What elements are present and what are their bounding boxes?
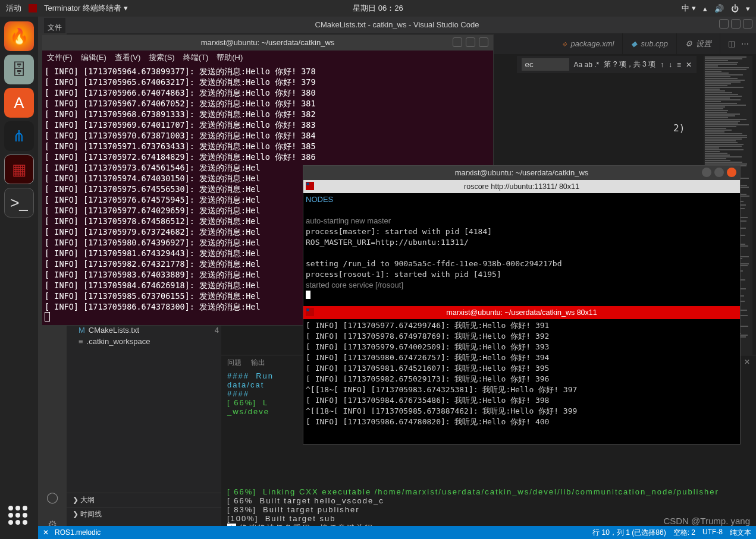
- menu-search[interactable]: 搜索(S): [149, 52, 174, 63]
- svg-rect-1: [306, 182, 309, 185]
- panel-line: [ 83%] Built target publisher: [227, 505, 750, 514]
- terminator-pane-icon: [306, 308, 314, 316]
- outline-section: ❯ 大纲 ❯ 时间线: [67, 493, 221, 521]
- panel-line: [ 66%] Linking CXX executable /home/marx…: [227, 487, 750, 496]
- terminator-title: marxist@ubuntu: ~/userdata/catkin_ws: [455, 168, 589, 177]
- terminator-titlebar[interactable]: marxist@ubuntu: ~/userdata/catkin_ws: [303, 166, 740, 180]
- ubuntu-top-bar: 活动 Terminator 终端终结者 ▾ 星期日 06：26 中 ▾ ▴ 🔊 …: [0, 0, 756, 17]
- find-close-icon[interactable]: ✕: [686, 61, 692, 69]
- pane-header-label: roscore http://ubuntu:11311/ 80x11: [464, 182, 579, 191]
- status-remote-icon[interactable]: ✕: [43, 528, 49, 537]
- tab-label: package.xml: [570, 39, 614, 48]
- watermark: CSDN @Trump. yang: [663, 516, 750, 526]
- tab-package-xml[interactable]: ⟐package.xml: [554, 33, 623, 54]
- panel-tab-output[interactable]: 输出: [251, 358, 265, 368]
- find-prev-icon[interactable]: ↑: [660, 61, 664, 69]
- terminal-close[interactable]: [479, 37, 488, 47]
- dock-vscode[interactable]: ⋔: [4, 121, 34, 151]
- dock-terminator[interactable]: ▦: [4, 155, 34, 184]
- pane2-body[interactable]: [ INFO] [1713705977.674299746]: 我听见:Hell…: [303, 319, 740, 428]
- pane2-header[interactable]: marxist@ubuntu: ~/userdata/catkin_ws 80x…: [303, 306, 740, 319]
- menu-file[interactable]: 文件(F): [47, 52, 73, 63]
- terminal-title: marxist@ubuntu: ~/userdata/catkin_ws: [201, 38, 335, 47]
- git-badge: 4: [215, 326, 219, 335]
- input-method-indicator[interactable]: 中 ▾: [682, 3, 696, 14]
- vscode-maximize[interactable]: [731, 19, 741, 29]
- gear-icon: ⚙: [685, 39, 692, 48]
- status-cursor-pos[interactable]: 行 10，列 1 (已选择86): [592, 528, 666, 538]
- outline-header[interactable]: ❯ 大纲: [67, 493, 221, 507]
- terminal-maximize[interactable]: [466, 37, 475, 47]
- terminator-maximize[interactable]: [714, 168, 724, 177]
- panel-close-icon[interactable]: ✕: [744, 358, 750, 368]
- pane-header-label: marxist@ubuntu: ~/userdata/catkin_ws 80x…: [446, 308, 597, 317]
- chevron-down-icon[interactable]: ▾: [746, 4, 750, 13]
- vscode-close[interactable]: [743, 19, 752, 29]
- pane1-header[interactable]: roscore http://ubuntu:11311/ 80x11: [303, 180, 740, 193]
- tab-settings[interactable]: ⚙设置: [677, 33, 720, 54]
- tab-sub-cpp[interactable]: ◆sub.cpp: [623, 33, 677, 54]
- status-ros[interactable]: ROS1.melodic: [55, 528, 101, 537]
- find-options[interactable]: Aa ab .*: [574, 61, 600, 69]
- pane1-body[interactable]: NODES auto-starting new master process[m…: [303, 193, 740, 306]
- vscode-titlebar[interactable]: CMakeLists.txt - catkin_ws - Visual Stud…: [38, 17, 756, 33]
- statusbar[interactable]: ✕ ROS1.melodic 行 10，列 1 (已选择86) 空格: 2 UT…: [38, 526, 756, 539]
- terminator-window[interactable]: marxist@ubuntu: ~/userdata/catkin_ws ros…: [303, 165, 741, 445]
- vscode-minimize[interactable]: [719, 19, 729, 29]
- find-result-count: 第 ? 项，共 3 项: [604, 59, 655, 70]
- dock-files[interactable]: 🗄: [4, 55, 34, 84]
- file-icon: M: [79, 326, 85, 335]
- terminal-menubar[interactable]: 文件(F) 编辑(E) 查看(V) 搜索(S) 终端(T) 帮助(H): [42, 51, 493, 65]
- terminator-pane-icon: [306, 182, 314, 190]
- dock-ubuntu-software[interactable]: A: [4, 88, 34, 118]
- tab-label: sub.cpp: [641, 39, 668, 48]
- menu-view[interactable]: 查看(V): [115, 52, 140, 63]
- tab-label: 设置: [696, 39, 711, 49]
- split-editor-icon[interactable]: ◫: [728, 39, 735, 48]
- tree-label: .catkin_workspace: [87, 337, 150, 346]
- dock-terminal[interactable]: >_: [4, 188, 34, 218]
- vscode-title: CMakeLists.txt - catkin_ws - Visual Stud…: [315, 20, 479, 29]
- activity-account-icon[interactable]: ◯: [44, 489, 61, 506]
- terminator-minimize[interactable]: [702, 168, 711, 177]
- power-icon[interactable]: ⏻: [731, 4, 739, 13]
- tree-item-cmakelists[interactable]: M CMakeLists.txt 4: [67, 324, 221, 336]
- find-selection-icon[interactable]: ≡: [677, 61, 681, 69]
- dock-show-apps[interactable]: [8, 506, 30, 527]
- panel-tab-problems[interactable]: 问题: [227, 358, 241, 368]
- status-encoding[interactable]: UTF-8: [702, 528, 723, 538]
- editor-find-widget[interactable]: Aa ab .* 第 ? 项，共 3 项 ↑ ↓ ≡ ✕: [517, 56, 697, 73]
- network-icon[interactable]: ▴: [703, 4, 707, 13]
- terminal-titlebar[interactable]: marxist@ubuntu: ~/userdata/catkin_ws: [42, 35, 493, 51]
- menu-edit[interactable]: 编辑(E): [81, 52, 106, 63]
- tree-label: CMakeLists.txt: [89, 326, 139, 335]
- menu-terminal[interactable]: 终端(T): [183, 52, 209, 63]
- file-icon: ≡: [79, 337, 83, 346]
- code-fragment: 2): [673, 122, 685, 134]
- clock[interactable]: 星期日 06：26: [353, 3, 403, 14]
- app-indicator-icon: [29, 4, 37, 12]
- volume-icon[interactable]: 🔊: [714, 4, 724, 13]
- terminator-close[interactable]: [727, 168, 736, 177]
- tree-item-catkin-workspace[interactable]: ≡ .catkin_workspace: [67, 336, 221, 347]
- more-icon[interactable]: ⋯: [741, 39, 749, 48]
- svg-rect-3: [306, 308, 309, 311]
- terminal-minimize[interactable]: [453, 37, 462, 47]
- menu-help[interactable]: 帮助(H): [217, 52, 243, 63]
- status-indent[interactable]: 空格: 2: [673, 528, 695, 538]
- status-language[interactable]: 纯文本: [730, 528, 751, 538]
- panel-line: [ 66% Built target hello_vscode_c: [227, 496, 750, 505]
- activities-button[interactable]: 活动: [6, 3, 21, 14]
- find-input[interactable]: [522, 58, 569, 71]
- timeline-header[interactable]: ❯ 时间线: [67, 507, 221, 521]
- find-next-icon[interactable]: ↓: [669, 61, 672, 69]
- ubuntu-dock: 🔥 🗄 A ⋔ ▦ >_: [0, 17, 38, 539]
- dock-firefox[interactable]: 🔥: [4, 21, 34, 51]
- app-menu[interactable]: Terminator 终端终结者 ▾: [44, 3, 128, 14]
